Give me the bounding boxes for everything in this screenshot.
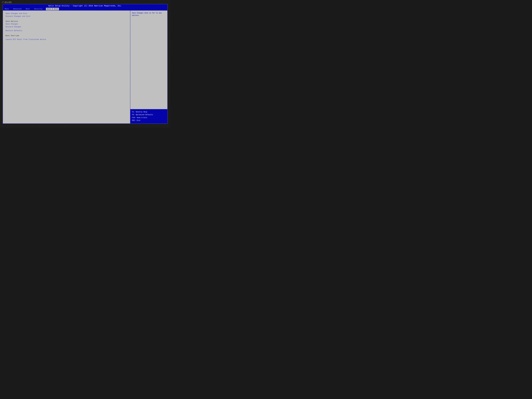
content-area: Save Changes and Exit Discard Changes an… xyxy=(3,11,167,123)
shortcut-f1: F1: General Help xyxy=(132,111,166,114)
option-discard-changes[interactable]: Discard Changes xyxy=(5,25,128,28)
right-shortcuts: F1: General Help F9: Optimized Defaults … xyxy=(130,109,167,123)
bios-container: Aptio Setup Utility - Copyright (C) 2016… xyxy=(3,4,168,124)
asus-logo: /\SLUS xyxy=(2,1,12,4)
shortcut-f9: F9: Optimized Defaults xyxy=(132,114,166,116)
title-bar: Aptio Setup Utility - Copyright (C) 2016… xyxy=(3,4,167,7)
option-save-changes-exit[interactable]: Save Changes and Exit xyxy=(5,12,128,15)
label-boot-override: Boot Override xyxy=(5,34,128,37)
menu-bar: Main Advanced Boot Security Save & Exit xyxy=(3,7,167,11)
menu-item-advanced[interactable]: Advanced xyxy=(12,8,22,10)
right-panel: Save Changes done so far to any options.… xyxy=(130,11,167,123)
menu-item-save-exit[interactable]: Save & Exit xyxy=(46,8,59,10)
option-save-changes[interactable]: Save Changes xyxy=(5,23,128,25)
asus-logo-text: /\SLUS xyxy=(2,1,12,4)
spacer-1 xyxy=(5,18,128,19)
option-restore-defaults[interactable]: Restore Defaults xyxy=(5,29,128,32)
shortcut-f10: F10: Save & Exit xyxy=(132,116,166,119)
spacer-2 xyxy=(5,28,128,29)
menu-item-boot[interactable]: Boot xyxy=(25,8,31,10)
menu-item-security[interactable]: Security xyxy=(33,8,43,10)
title-bar-text: Aptio Setup Utility - Copyright (C) 2016… xyxy=(48,5,122,7)
left-panel: Save Changes and Exit Discard Changes an… xyxy=(3,11,130,123)
spacer-3 xyxy=(5,32,128,33)
label-save-options: Save Options xyxy=(5,20,128,23)
spacer-4 xyxy=(5,37,128,38)
help-text: Save Changes done so far to any options. xyxy=(132,12,162,16)
option-launch-efi-shell[interactable]: Launch EFI Shell from filesystem device xyxy=(5,38,128,41)
option-discard-changes-exit[interactable]: Discard Changes and Exit xyxy=(5,15,128,18)
right-help-text: Save Changes done so far to any options. xyxy=(130,11,167,109)
menu-item-main[interactable]: Main xyxy=(4,8,10,10)
shortcut-esc: ESC: Exit xyxy=(132,119,166,122)
